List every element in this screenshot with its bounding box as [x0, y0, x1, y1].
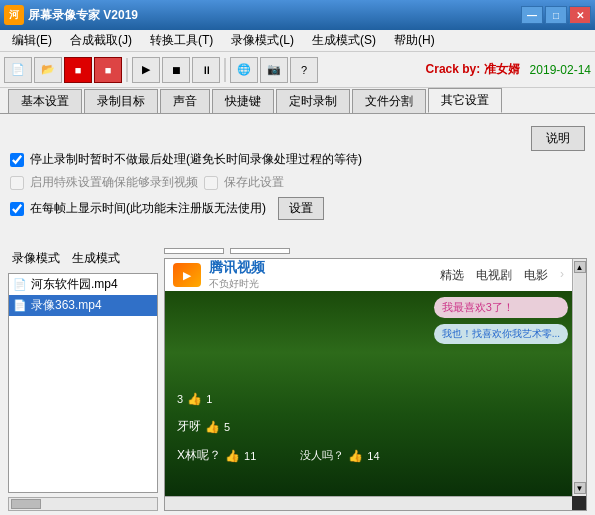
settings-panel: 说明 停止录制时暂时不做最后处理(避免长时间录像处理过程的等待) 启用特殊设置确… [0, 114, 595, 244]
tv-nav-tv[interactable]: 电视剧 [476, 267, 512, 284]
bottom-section: 录像模式 生成模式 📄河东软件园.mp4📄录像363.mp4 ▶ 腾讯视频 [0, 244, 595, 515]
tab-sound[interactable]: 声音 [160, 89, 210, 113]
toolbar-new[interactable]: 📄 [4, 57, 32, 83]
title-text: 屏幕录像专家 V2019 [28, 7, 521, 24]
toolbar-rec1[interactable]: ■ [94, 57, 122, 83]
like-icon-3: 👍 [225, 449, 240, 463]
tv-nav: 精选 电视剧 电影 › [440, 267, 564, 284]
video-scrollbar-right[interactable]: ▲ ▼ [572, 259, 586, 496]
horizontal-scrollbar[interactable] [8, 497, 158, 511]
toolbar-btn7[interactable]: 📷 [260, 57, 288, 83]
time-settings-button[interactable]: 设置 [278, 197, 324, 220]
tab-timer[interactable]: 定时录制 [276, 89, 350, 113]
file-list[interactable]: 📄河东软件园.mp4📄录像363.mp4 [8, 273, 158, 493]
menu-combine[interactable]: 合成截取(J) [62, 30, 140, 51]
explain-button[interactable]: 说明 [531, 126, 585, 151]
video-scrollbar-bottom[interactable] [165, 496, 572, 510]
menu-bar: 编辑(E) 合成截取(J) 转换工具(T) 录像模式(L) 生成模式(S) 帮助… [0, 30, 595, 52]
tabs-bar: 基本设置 录制目标 声音 快捷键 定时录制 文件分割 其它设置 [0, 88, 595, 114]
record-mode-box [164, 248, 224, 254]
toolbar-save[interactable]: ■ [64, 57, 92, 83]
stop-process-checkbox[interactable] [10, 153, 24, 167]
title-buttons: — □ ✕ [521, 6, 591, 24]
comment-text-3: X林呢？ [177, 447, 221, 464]
show-time-label: 在每帧上显示时间(此功能未注册版无法使用) [30, 200, 266, 217]
minimize-button[interactable]: — [521, 6, 543, 24]
menu-help[interactable]: 帮助(H) [386, 30, 443, 51]
menu-record-mode[interactable]: 录像模式(L) [223, 30, 302, 51]
comment-rows: 3 👍 1 牙呀 👍 5 X林呢？ 👍 [169, 390, 388, 466]
chat-area: 我最喜欢3了！ 我也！找喜欢你我艺术零... [434, 297, 568, 344]
video-container: ▶ 腾讯视频 不负好时光 精选 电视剧 电影 › [164, 258, 587, 511]
tv-content: 我最喜欢3了！ 我也！找喜欢你我艺术零... 3 👍 1 牙呀 [165, 291, 572, 496]
tv-brand: 腾讯视频 [209, 259, 265, 277]
toolbar-open[interactable]: 📂 [34, 57, 62, 83]
comment-row-3: X林呢？ 👍 11 没人吗？ 👍 14 [169, 445, 388, 466]
like-icon-4: 👍 [348, 449, 363, 463]
like-count-1: 1 [206, 393, 212, 405]
tv-tagline: 不负好时光 [209, 277, 265, 291]
video-content: ▶ 腾讯视频 不负好时光 精选 电视剧 电影 › [165, 259, 572, 496]
toolbar-btn6[interactable]: 🌐 [230, 57, 258, 83]
right-panel: ▶ 腾讯视频 不负好时光 精选 电视剧 电影 › [164, 248, 587, 511]
divider-3: 没人吗？ [300, 448, 344, 463]
scrollbar-track-right [574, 273, 586, 482]
title-bar: 河 屏幕录像专家 V2019 — □ ✕ [0, 0, 595, 30]
save-settings-checkbox[interactable] [204, 176, 218, 190]
separator-2 [224, 58, 226, 82]
tv-nav-select[interactable]: 精选 [440, 267, 464, 284]
mode-row [164, 248, 587, 254]
generate-mode-box [230, 248, 290, 254]
tab-basic-settings[interactable]: 基本设置 [8, 89, 82, 113]
generate-mode-label: 生成模式 [68, 248, 124, 269]
like-icon-2: 👍 [205, 420, 220, 434]
checkbox-row-1: 停止录制时暂时不做最后处理(避免长时间录像处理过程的等待) [10, 151, 585, 168]
toolbar-btn3[interactable]: ▶ [132, 57, 160, 83]
stop-process-label: 停止录制时暂时不做最后处理(避免长时间录像处理过程的等待) [30, 151, 362, 168]
file-icon-1: 📄 [13, 299, 27, 312]
comment-row-2: 牙呀 👍 5 [169, 416, 388, 437]
special-settings-checkbox[interactable] [10, 176, 24, 190]
tv-nav-movie[interactable]: 电影 [524, 267, 548, 284]
tv-header: ▶ 腾讯视频 不负好时光 精选 电视剧 电影 › [165, 259, 572, 291]
toolbar-btn4[interactable]: ⏹ [162, 57, 190, 83]
save-settings-label: 保存此设置 [224, 174, 284, 191]
app-icon: 河 [4, 5, 24, 25]
toolbar: 📄 📂 ■ ■ ▶ ⏹ ⏸ 🌐 📷 ? Crack by: 准女婿 2019-0… [0, 52, 595, 88]
separator-1 [126, 58, 128, 82]
tencent-video: ▶ 腾讯视频 不负好时光 精选 电视剧 电影 › [165, 259, 572, 496]
special-settings-label: 启用特殊设置确保能够录到视频 [30, 174, 198, 191]
crack-text: Crack by: 准女婿 [426, 61, 520, 78]
scroll-down-arrow[interactable]: ▼ [574, 482, 586, 494]
close-button[interactable]: ✕ [569, 6, 591, 24]
record-mode-label: 录像模式 [8, 248, 64, 269]
chat-bubble-1: 我最喜欢3了！ [434, 297, 568, 318]
like-icon-1: 👍 [187, 392, 202, 406]
maximize-button[interactable]: □ [545, 6, 567, 24]
like-count-4: 14 [367, 450, 379, 462]
crack-date: 2019-02-14 [530, 63, 591, 77]
file-item-0[interactable]: 📄河东软件园.mp4 [9, 274, 157, 295]
scrollbar-thumb[interactable] [11, 499, 41, 509]
menu-generate-mode[interactable]: 生成模式(S) [304, 30, 384, 51]
tab-other-settings[interactable]: 其它设置 [428, 88, 502, 113]
like-count-2: 5 [224, 421, 230, 433]
tab-shortcuts[interactable]: 快捷键 [212, 89, 274, 113]
tab-record-target[interactable]: 录制目标 [84, 89, 158, 113]
show-time-checkbox[interactable] [10, 202, 24, 216]
comment-row-1: 3 👍 1 [169, 390, 388, 408]
file-item-1[interactable]: 📄录像363.mp4 [9, 295, 157, 316]
tv-nav-more: › [560, 267, 564, 284]
scroll-up-arrow[interactable]: ▲ [574, 261, 586, 273]
menu-convert[interactable]: 转换工具(T) [142, 30, 221, 51]
tv-brand-container: 腾讯视频 不负好时光 [209, 259, 265, 291]
comment-text-2: 牙呀 [177, 418, 201, 435]
menu-edit[interactable]: 编辑(E) [4, 30, 60, 51]
tab-file-split[interactable]: 文件分割 [352, 89, 426, 113]
toolbar-help[interactable]: ? [290, 57, 318, 83]
comment-count-1: 3 [177, 393, 183, 405]
like-count-3: 11 [244, 450, 256, 462]
toolbar-btn5[interactable]: ⏸ [192, 57, 220, 83]
left-panel: 录像模式 生成模式 📄河东软件园.mp4📄录像363.mp4 [8, 248, 158, 511]
tv-logo: ▶ [173, 263, 201, 287]
